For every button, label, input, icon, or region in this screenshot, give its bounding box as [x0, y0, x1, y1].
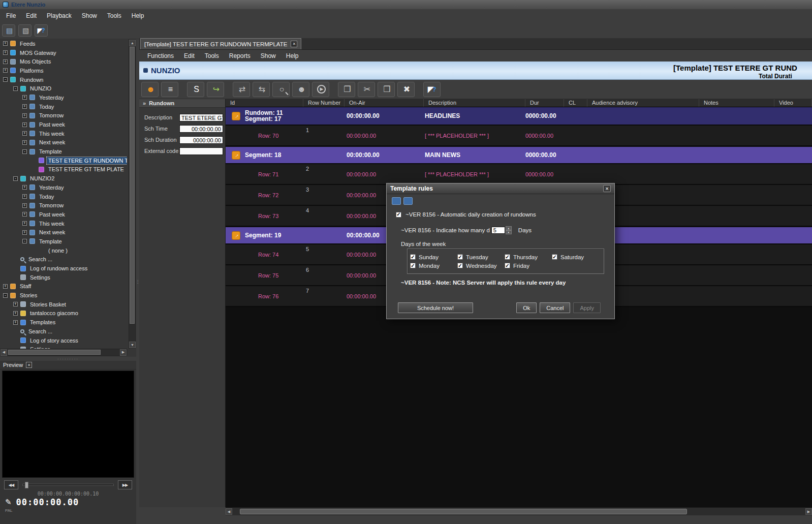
menu-item[interactable]: Edit — [21, 9, 42, 22]
tree-item[interactable]: Search ... — [0, 255, 127, 264]
day-checkbox[interactable] — [410, 263, 416, 268]
open-icon[interactable]: ▧ — [18, 24, 32, 37]
day-option[interactable]: Thursday — [505, 253, 552, 261]
contact-icon[interactable]: ☻ — [141, 82, 159, 97]
expander-icon[interactable]: + — [22, 212, 27, 217]
day-checkbox[interactable] — [457, 263, 463, 268]
help-cursor-icon[interactable]: ◤? — [423, 82, 441, 97]
expander-icon[interactable]: + — [22, 95, 27, 100]
tree-item[interactable]: + tantalocco giacomo — [0, 309, 127, 318]
ok-button[interactable]: Ok — [516, 302, 537, 313]
expander-icon[interactable]: - — [22, 149, 27, 154]
menu-item[interactable]: Edit — [179, 49, 200, 63]
help-cursor-icon[interactable]: ◤? — [35, 24, 48, 37]
scroll-down-icon[interactable]: ▼ — [129, 342, 136, 348]
column-header[interactable]: On-Air — [345, 99, 424, 107]
day-checkbox[interactable] — [505, 254, 510, 260]
table-hscrollbar[interactable]: ◀ ▶ — [226, 507, 812, 515]
table-row[interactable]: Row: 70 1 00:00:00.00 [ *** PLACEHOLDER … — [226, 126, 812, 146]
spin-down-icon[interactable]: ▼ — [506, 230, 512, 234]
expander-icon[interactable]: + — [3, 284, 8, 289]
expander-icon[interactable]: - — [13, 176, 18, 181]
expander-icon[interactable]: + — [13, 302, 18, 306]
scroll-right-icon[interactable]: ▶ — [120, 349, 127, 356]
tree-item[interactable]: + MOS Gateway — [0, 48, 127, 57]
tree-item[interactable]: + Platforms — [0, 66, 127, 75]
close-icon[interactable] — [26, 362, 32, 368]
rundown-template-tab[interactable]: [Template] TEST ETERE GT RUNDOWN TERMPLA… — [140, 38, 301, 49]
day-option[interactable]: Saturday — [552, 253, 599, 261]
auto-create-checkbox[interactable] — [396, 212, 401, 218]
tree-item[interactable]: + Templates — [0, 318, 127, 327]
day-checkbox[interactable] — [410, 254, 416, 260]
table-row[interactable]: Segment: 18 00:00:00.00 MAIN NEWS 0000:0… — [226, 147, 812, 164]
scroll-thumb[interactable] — [240, 509, 687, 514]
paste-icon[interactable]: ❒ — [378, 82, 395, 97]
menu-item[interactable]: Show — [256, 49, 281, 63]
tree-item[interactable]: + Past week — [0, 210, 127, 219]
column-header[interactable]: Description — [424, 99, 525, 107]
tree-item[interactable]: - Stories — [0, 291, 127, 300]
expander-icon[interactable]: - — [3, 293, 8, 298]
day-checkbox[interactable] — [505, 263, 510, 268]
column-header[interactable]: Id — [226, 99, 303, 107]
tree-item[interactable]: + Stories Basket — [0, 300, 127, 309]
tree-item[interactable]: + Today — [0, 102, 127, 111]
menu-item[interactable]: Playback — [42, 9, 77, 22]
scroll-left-icon[interactable]: ◀ — [1, 349, 7, 356]
rundown-list-icon[interactable]: ≡ — [161, 82, 178, 97]
dialog-close-icon[interactable] — [603, 185, 611, 192]
edit-pencil-icon[interactable] — [5, 498, 12, 507]
scroll-left-icon[interactable]: ◀ — [226, 508, 232, 515]
spin-up-icon[interactable]: ▲ — [506, 226, 512, 230]
tree-item[interactable]: + Mos Objects — [0, 57, 127, 66]
slider-thumb[interactable] — [25, 482, 28, 488]
apply-button[interactable]: Apply — [573, 302, 601, 313]
panel-header[interactable]: Rundown — [139, 99, 225, 108]
expander-icon[interactable]: + — [3, 41, 8, 46]
tree-item[interactable]: + This week — [0, 219, 127, 228]
tree-item[interactable]: - NUNZIO2 — [0, 174, 127, 183]
menu-item[interactable]: Help — [127, 9, 149, 22]
day-checkbox[interactable] — [457, 254, 463, 260]
scroll-up-icon[interactable]: ▲ — [129, 40, 136, 46]
expander-icon[interactable]: + — [22, 113, 27, 118]
day-option[interactable]: Friday — [505, 261, 552, 270]
collapse-chevron-icon[interactable] — [143, 100, 146, 106]
menu-item[interactable]: Help — [281, 49, 304, 63]
user-icon[interactable]: ☻ — [292, 82, 309, 97]
tree-item[interactable]: + Yesterday — [0, 183, 127, 192]
expander-icon[interactable]: + — [22, 185, 27, 190]
tree-item[interactable]: + Past week — [0, 120, 127, 129]
field-input[interactable]: 0000:00.00 — [179, 136, 223, 144]
table-row[interactable]: Rundown: 11 Segment: 17 00:00:00.00 HEAD… — [226, 107, 812, 126]
new-document-icon[interactable]: ▤ — [2, 24, 15, 37]
sidebar-hscrollbar[interactable]: ◀ ▶ — [0, 349, 127, 356]
menu-item[interactable]: Tools — [102, 9, 127, 22]
dialog-titlebar[interactable]: Template rules — [387, 183, 614, 194]
expander-icon[interactable]: + — [22, 104, 27, 109]
day-option[interactable]: Tuesday — [457, 253, 505, 261]
expander-icon[interactable]: - — [22, 239, 27, 243]
column-header[interactable]: Video — [774, 99, 812, 107]
column-header[interactable]: Row Number — [303, 99, 345, 107]
scroll-right-icon[interactable]: ▶ — [805, 508, 812, 515]
menu-item[interactable]: Tools — [200, 49, 224, 63]
tree-item[interactable]: Settings — [0, 345, 127, 349]
tree-item[interactable]: + Tomorrow — [0, 201, 127, 210]
tree-item[interactable]: + Today — [0, 192, 127, 201]
tree-item[interactable]: Search ... — [0, 327, 127, 336]
field-input[interactable] — [179, 147, 223, 155]
tree-item[interactable]: TEST ETERE GT TEM PLATE — [0, 165, 127, 174]
table-row[interactable]: Row: 71 2 00:00:00.00 [ *** PLACEHOLDER … — [226, 164, 812, 185]
field-input[interactable]: TEST ETERE GT — [179, 114, 223, 121]
tree-item[interactable]: + Next week — [0, 138, 127, 147]
column-header[interactable]: Audience advisory — [587, 99, 699, 107]
menu-item[interactable]: File — [1, 9, 21, 22]
mos-icon[interactable]: S — [187, 82, 204, 97]
expander-icon[interactable]: - — [13, 86, 18, 91]
days-count-input[interactable]: 5 — [491, 227, 505, 234]
column-header[interactable]: Notes — [699, 99, 774, 107]
expander-icon[interactable]: + — [22, 221, 27, 226]
cancel-button[interactable]: Cancel — [540, 302, 570, 313]
